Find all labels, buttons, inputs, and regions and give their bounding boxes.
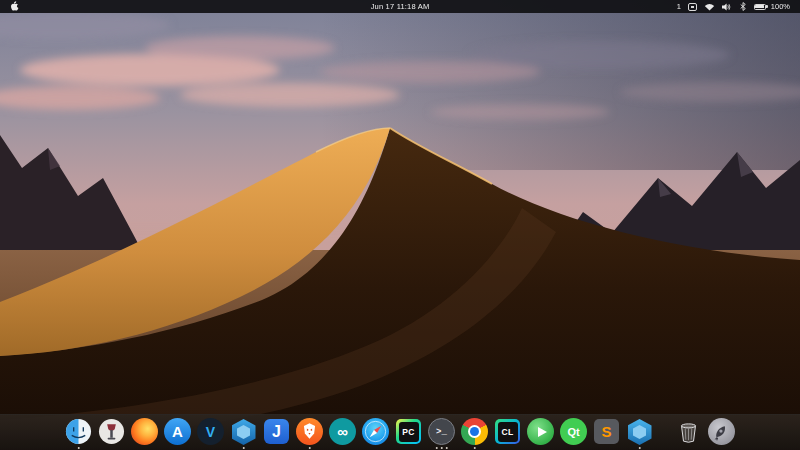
- j-app-icon: J: [264, 419, 289, 444]
- running-indicator: [308, 447, 311, 450]
- clion-icon: CL: [495, 419, 520, 444]
- hexagon-app-icon: [232, 419, 256, 445]
- apple-menu[interactable]: [10, 1, 19, 12]
- dock-app-store[interactable]: A: [164, 415, 192, 450]
- menubar-status-area: 1 100%: [677, 2, 790, 11]
- sublime-text-icon: S: [594, 419, 619, 444]
- trash-icon: [675, 418, 702, 445]
- dock-pycharm[interactable]: PC: [395, 415, 423, 450]
- menu-bar: Jun 17 11:18 AM 1: [0, 0, 800, 13]
- dock-sublime-text[interactable]: S: [593, 415, 621, 450]
- dock-clion[interactable]: CL: [494, 415, 522, 450]
- media-player-icon: [527, 418, 554, 445]
- rocket-icon: [708, 418, 735, 445]
- terminal-icon: >_: [428, 418, 455, 445]
- qt-creator-icon: Qt: [560, 418, 587, 445]
- vscodium-icon: V: [197, 418, 224, 445]
- j-app-letter: J: [272, 423, 281, 441]
- volume-icon[interactable]: [722, 3, 732, 11]
- dock-finder[interactable]: [65, 415, 93, 450]
- dock-wine-utility[interactable]: [98, 415, 126, 450]
- finder-icon: [65, 418, 92, 445]
- hexagon-app-2-icon: [628, 419, 652, 445]
- dock-firefox[interactable]: [131, 415, 159, 450]
- vscodium-letter: V: [206, 424, 215, 440]
- dock-chrome[interactable]: [461, 415, 489, 450]
- arduino-infinity: ∞: [337, 423, 348, 440]
- dock-rocket-launcher[interactable]: [708, 415, 736, 450]
- desktop: Jun 17 11:18 AM 1: [0, 0, 800, 450]
- menubar-clock[interactable]: Jun 17 11:18 AM: [371, 2, 430, 11]
- wifi-icon[interactable]: [704, 3, 715, 11]
- dock-j-app[interactable]: J: [263, 415, 291, 450]
- battery-indicator[interactable]: 100%: [754, 2, 790, 11]
- apple-logo-icon: [10, 1, 19, 12]
- running-indicator: [242, 447, 245, 450]
- terminal-prompt: >_: [436, 427, 447, 437]
- safari-icon: [362, 418, 389, 445]
- wine-utility-icon: [98, 418, 125, 445]
- battery-icon: [754, 4, 768, 10]
- clion-letters: CL: [498, 422, 518, 442]
- workspace-indicator[interactable]: 1: [677, 2, 681, 11]
- arduino-icon: ∞: [329, 418, 356, 445]
- dock: A V J: [0, 414, 800, 450]
- pycharm-letters: PC: [399, 422, 419, 442]
- battery-percent: 100%: [771, 2, 790, 11]
- dock-brave[interactable]: [296, 415, 324, 450]
- sublime-letter: S: [601, 423, 611, 440]
- dock-safari[interactable]: [362, 415, 390, 450]
- bluetooth-icon[interactable]: [739, 2, 747, 11]
- pycharm-icon: PC: [396, 419, 421, 444]
- running-indicator: [473, 447, 476, 450]
- dock-vscodium[interactable]: V: [197, 415, 225, 450]
- running-indicator: [435, 447, 448, 450]
- dock-qt-creator[interactable]: Qt: [560, 415, 588, 450]
- firefox-icon: [131, 418, 158, 445]
- app-store-icon: A: [164, 418, 191, 445]
- input-menu-icon[interactable]: [688, 3, 697, 11]
- dock-hexagon-app-2[interactable]: [626, 415, 654, 450]
- brave-icon: [296, 418, 323, 445]
- chrome-icon: [461, 418, 488, 445]
- dock-hexagon-app[interactable]: [230, 415, 258, 450]
- wallpaper-mojave: [0, 0, 800, 450]
- app-store-letter: A: [172, 423, 183, 440]
- running-indicator: [77, 447, 80, 450]
- dock-media-player[interactable]: [527, 415, 555, 450]
- dock-trash[interactable]: [675, 415, 703, 450]
- qt-letters: Qt: [567, 426, 579, 438]
- running-indicator: [638, 447, 641, 450]
- dock-terminal[interactable]: >_: [428, 415, 456, 450]
- dock-arduino[interactable]: ∞: [329, 415, 357, 450]
